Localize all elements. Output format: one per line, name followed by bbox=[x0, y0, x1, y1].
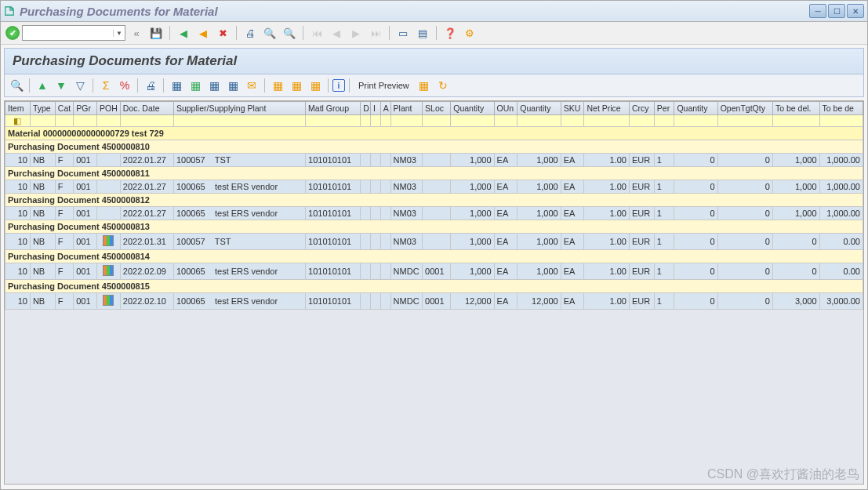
po-history-icon[interactable]: ▦ bbox=[416, 77, 433, 94]
column-header[interactable]: Quantity bbox=[451, 102, 494, 115]
column-header[interactable]: PGr bbox=[74, 102, 97, 115]
window-title: Purchasing Documents for Material bbox=[20, 5, 809, 18]
table-row[interactable]: 10NBF0012022.02.10100065 test ERS vendor… bbox=[5, 293, 863, 310]
column-header[interactable]: Quantity bbox=[674, 102, 717, 115]
table-row[interactable]: 10NBF0012022.01.27100057 TST101010101NM0… bbox=[5, 154, 863, 167]
column-header[interactable]: A bbox=[380, 102, 390, 115]
table-row[interactable]: 10NBF0012022.01.31100057 TST101010101NM0… bbox=[5, 234, 863, 250]
sum-icon[interactable]: Σ bbox=[97, 77, 114, 94]
layout-icon[interactable]: ▦ bbox=[269, 77, 286, 94]
alv-toolbar: 🔍 ▲ ▼ ▽ Σ % 🖨 ▦ ▦ ▦ ▦ ✉ ▦ ▦ ▦ i Print Pr… bbox=[4, 74, 864, 97]
column-header[interactable]: SLoc bbox=[423, 102, 451, 115]
refresh-icon[interactable]: ↻ bbox=[434, 77, 452, 94]
export-icon[interactable]: ▦ bbox=[168, 77, 185, 94]
session-list-icon[interactable]: ▤ bbox=[414, 24, 431, 42]
column-header[interactable]: Per bbox=[654, 102, 674, 115]
help-icon[interactable]: ❓ bbox=[441, 24, 459, 42]
column-header-row: ItemTypeCatPGrPOHDoc. DateSupplier/Suppl… bbox=[5, 102, 863, 115]
exit-icon[interactable]: ◀ bbox=[194, 24, 212, 42]
table-row[interactable]: 10NBF0012022.01.27100065 test ERS vendor… bbox=[5, 207, 863, 220]
column-header[interactable]: I bbox=[371, 102, 381, 115]
table-row[interactable]: 10NBF0012022.02.09100065 test ERS vendor… bbox=[5, 263, 863, 280]
titlebar: Purchasing Documents for Material ─ ☐ ✕ bbox=[1, 1, 867, 22]
sort-asc-icon[interactable]: ▲ bbox=[34, 77, 51, 94]
column-header[interactable]: Plant bbox=[390, 102, 422, 115]
column-header[interactable]: OpenTgtQty bbox=[717, 102, 772, 115]
word-icon[interactable]: ▦ bbox=[205, 77, 223, 94]
last-page-icon[interactable]: ⏭ bbox=[367, 24, 384, 42]
find-icon[interactable]: 🔍 bbox=[261, 24, 278, 42]
first-page-icon[interactable]: ⏮ bbox=[308, 24, 325, 42]
new-session-icon[interactable]: ▭ bbox=[394, 24, 412, 42]
table-row[interactable]: 10NBF0012022.01.27100065 test ERS vendor… bbox=[5, 180, 863, 194]
customize-icon[interactable]: ⚙ bbox=[461, 24, 478, 42]
excel-icon[interactable]: ▦ bbox=[187, 77, 204, 94]
filter-row: ◧ bbox=[5, 115, 863, 127]
app-icon bbox=[4, 5, 15, 16]
column-header[interactable]: OUn bbox=[494, 102, 518, 115]
change-layout-icon[interactable]: ▦ bbox=[288, 77, 305, 94]
column-header[interactable]: SKU bbox=[561, 102, 584, 115]
command-field[interactable]: ▼ bbox=[22, 25, 125, 41]
page-header: Purchasing Documents for Material bbox=[4, 48, 864, 74]
column-header[interactable]: Net Price bbox=[584, 102, 629, 115]
prev-page-icon[interactable]: ◀ bbox=[328, 24, 345, 42]
minimize-button[interactable]: ─ bbox=[809, 4, 826, 18]
column-header[interactable]: POH bbox=[97, 102, 121, 115]
column-header[interactable]: To be de bbox=[819, 102, 863, 115]
page-title: Purchasing Documents for Material bbox=[13, 53, 855, 69]
close-button[interactable]: ✕ bbox=[847, 4, 864, 18]
details-icon[interactable]: 🔍 bbox=[8, 77, 25, 94]
back-icon[interactable]: « bbox=[128, 24, 145, 42]
column-header[interactable]: Doc. Date bbox=[120, 102, 173, 115]
document-header-row: Purchasing Document 4500000810 bbox=[5, 140, 863, 154]
app-window: Purchasing Documents for Material ─ ☐ ✕ … bbox=[0, 0, 868, 490]
print-alv-icon[interactable]: 🖨 bbox=[142, 77, 159, 94]
document-header-row: Purchasing Document 4500000811 bbox=[5, 167, 863, 180]
find-next-icon[interactable]: 🔍 bbox=[281, 24, 298, 42]
enter-icon[interactable]: ✔ bbox=[5, 26, 20, 40]
watermark: CSDN @喜欢打酱油的老鸟 bbox=[707, 466, 859, 483]
filter-icon[interactable]: ▽ bbox=[71, 77, 89, 94]
document-header-row: Purchasing Document 4500000813 bbox=[5, 220, 863, 234]
chart-icon bbox=[103, 295, 114, 306]
document-header-row: Purchasing Document 4500000815 bbox=[5, 280, 863, 293]
document-header-row: Purchasing Document 4500000812 bbox=[5, 194, 863, 207]
maximize-button[interactable]: ☐ bbox=[828, 4, 845, 18]
material-header-row: Material 000000000000000729 test 729 bbox=[5, 127, 863, 140]
cancel-icon[interactable]: ✖ bbox=[214, 24, 231, 42]
print-preview-button[interactable]: Print Preview bbox=[354, 81, 414, 90]
subtotal-icon[interactable]: % bbox=[116, 77, 133, 94]
data-grid[interactable]: ItemTypeCatPGrPOHDoc. DateSupplier/Suppl… bbox=[4, 100, 864, 485]
column-header[interactable]: Cat bbox=[55, 102, 73, 115]
chart-icon bbox=[103, 235, 114, 246]
next-page-icon[interactable]: ▶ bbox=[347, 24, 365, 42]
sort-desc-icon[interactable]: ▼ bbox=[53, 77, 70, 94]
column-header[interactable]: Crcy bbox=[629, 102, 654, 115]
document-header-row: Purchasing Document 4500000814 bbox=[5, 250, 863, 263]
mail-icon[interactable]: ✉ bbox=[243, 77, 260, 94]
column-header[interactable]: To be del. bbox=[772, 102, 819, 115]
info-icon[interactable]: i bbox=[332, 79, 345, 92]
back-green-icon[interactable]: ◀ bbox=[175, 24, 192, 42]
column-header[interactable]: Item bbox=[5, 102, 31, 115]
save-icon[interactable]: 💾 bbox=[147, 24, 165, 42]
column-header[interactable]: D bbox=[361, 102, 371, 115]
column-header[interactable]: Supplier/Supplying Plant bbox=[173, 102, 305, 115]
column-header[interactable]: Quantity bbox=[518, 102, 561, 115]
column-header[interactable]: Type bbox=[30, 102, 55, 115]
save-layout-icon[interactable]: ▦ bbox=[307, 77, 324, 94]
print-icon[interactable]: 🖨 bbox=[242, 24, 259, 42]
local-file-icon[interactable]: ▦ bbox=[224, 77, 242, 94]
main-toolbar: ✔ ▼ « 💾 ◀ ◀ ✖ 🖨 🔍 🔍 ⏮ ◀ ▶ ⏭ ▭ ▤ ❓ ⚙ bbox=[1, 22, 867, 45]
column-header[interactable]: Matl Group bbox=[306, 102, 361, 115]
chart-icon bbox=[103, 265, 114, 276]
